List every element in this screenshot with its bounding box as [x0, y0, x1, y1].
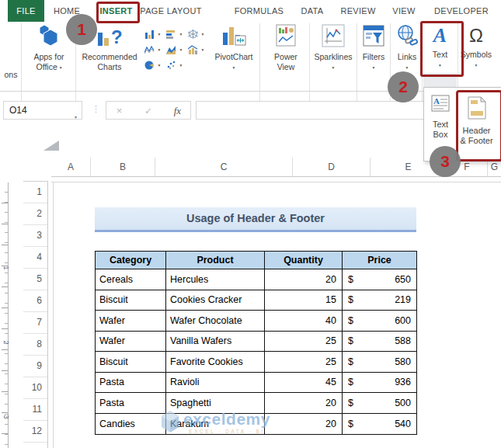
enter-icon[interactable]: ✓	[135, 102, 161, 120]
cell-category[interactable]: Biscuit	[96, 290, 166, 311]
table-header-category[interactable]: Category	[96, 252, 166, 269]
caret-icon: ▾	[158, 63, 160, 68]
row-headers: 1 2 3 4 5 6 7 8 9 10 11 12	[23, 181, 48, 448]
row-header[interactable]: 11	[23, 399, 47, 421]
pie-chart-button[interactable]: ▾	[144, 57, 160, 71]
text-annotation-box	[420, 21, 464, 77]
tab-view[interactable]: VIEW	[392, 0, 416, 22]
column-header-c[interactable]: C	[155, 158, 293, 176]
line-chart-button[interactable]: ▾	[144, 42, 160, 56]
table-header-price[interactable]: Price	[343, 252, 416, 269]
symbols-label: Symbols	[461, 50, 492, 59]
tab-file[interactable]: FILE	[8, 0, 44, 22]
filters-button[interactable]: Filters ▾	[358, 23, 389, 72]
links-button[interactable]: Links ▾	[391, 23, 423, 72]
cell-category[interactable]: Pasta	[96, 373, 166, 394]
links-label: Links	[398, 52, 417, 61]
cell-price[interactable]: $650	[343, 269, 416, 290]
row-header[interactable]: 3	[23, 225, 47, 247]
row-header[interactable]: 2	[23, 203, 47, 225]
price-value: 500	[395, 398, 411, 408]
svg-text:?: ?	[111, 26, 123, 47]
row-header[interactable]: 5	[23, 269, 47, 290]
menu-item-header-footer[interactable]: Header & Footer	[458, 96, 495, 146]
cell-quantity[interactable]: 25	[265, 352, 343, 373]
sparklines-button[interactable]: Sparklines ▾	[311, 23, 356, 72]
tab-data[interactable]: DATA	[299, 0, 325, 22]
cell-price[interactable]: $219	[343, 290, 416, 311]
cell-category[interactable]: Pasta	[96, 393, 166, 414]
table-header-quantity[interactable]: Quantity	[265, 252, 343, 269]
cell-category[interactable]: Cereals	[96, 269, 166, 290]
tab-review[interactable]: REVIEW	[340, 0, 376, 22]
cell-product[interactable]: Ravioli	[166, 373, 265, 394]
cell-price[interactable]: $540	[343, 414, 416, 435]
pie-chart-icon	[144, 61, 155, 70]
cell-quantity[interactable]: 15	[265, 290, 343, 311]
cell-category[interactable]: Wafer	[96, 311, 166, 332]
cell-product[interactable]: Karakum	[166, 414, 265, 435]
radar-chart-button[interactable]: ▾	[188, 26, 204, 40]
clipped-illustrations-button[interactable]: ons	[2, 48, 20, 80]
cell-price[interactable]: $500	[343, 393, 416, 414]
cell-product[interactable]: Vanilla Wafers	[166, 332, 265, 352]
cell-quantity[interactable]: 20	[265, 414, 343, 435]
cell-price[interactable]: $600	[343, 311, 416, 332]
cell-quantity[interactable]: 25	[265, 332, 343, 352]
cell-category[interactable]: Biscuit	[96, 352, 166, 373]
ruler-mark: 3	[2, 415, 10, 418]
combo-chart-button[interactable]: ▾	[188, 42, 204, 56]
column-header-d[interactable]: D	[293, 158, 371, 176]
price-value: 540	[395, 418, 411, 429]
pivotchart-button[interactable]: PivotChart ▾	[210, 25, 258, 72]
pivotchart-label: PivotChart	[214, 52, 252, 61]
cell-quantity[interactable]: 20	[265, 269, 343, 290]
row-header[interactable]: 7	[23, 312, 47, 334]
cell-product[interactable]: Favorite Cookies	[166, 352, 265, 373]
select-all-icon[interactable]	[43, 141, 59, 151]
name-box[interactable]: O14 ▾	[3, 101, 82, 120]
row-header[interactable]	[23, 443, 47, 448]
ruler-mark: 1	[2, 266, 10, 269]
cell-price[interactable]: $588	[343, 332, 416, 352]
bar-chart-button[interactable]: ▾	[166, 26, 182, 40]
currency-symbol: $	[348, 274, 353, 285]
currency-symbol: $	[348, 398, 353, 408]
cell-category[interactable]: Wafer	[96, 332, 166, 352]
cell-price[interactable]: $936	[343, 373, 416, 394]
table-header-product[interactable]: Product	[166, 252, 265, 269]
area-chart-button[interactable]: ▾	[166, 42, 182, 56]
cell-quantity[interactable]: 40	[265, 311, 343, 332]
tab-formulas[interactable]: FORMULAS	[231, 0, 287, 22]
row-header[interactable]: 10	[23, 377, 47, 399]
sheet-title-cell[interactable]: Usage of Header & Footer	[95, 207, 416, 232]
row-header[interactable]: 4	[23, 247, 47, 269]
cell-product[interactable]: Wafer Chocolate	[166, 311, 265, 332]
menu-item-text-box[interactable]: A Text Box	[426, 94, 455, 140]
cell-product[interactable]: Cookies Cracker	[166, 290, 265, 311]
recommended-label-2: Charts	[98, 62, 122, 71]
tab-page-layout[interactable]: PAGE LAYOUT	[137, 0, 205, 22]
price-value: 588	[395, 335, 411, 346]
cell-category[interactable]: Candies	[96, 414, 166, 435]
row-header[interactable]: 1	[23, 182, 47, 203]
insert-function-icon[interactable]: fx	[165, 102, 190, 120]
cell-product[interactable]: Hercules	[166, 269, 265, 290]
name-box-caret-icon[interactable]: ▾	[75, 109, 77, 126]
pivotchart-icon	[210, 25, 258, 50]
cell-quantity[interactable]: 45	[265, 373, 343, 394]
column-header-a[interactable]: A	[51, 158, 91, 176]
tab-developer[interactable]: DEVELOPER	[432, 0, 491, 22]
column-chart-button[interactable]: ▾	[144, 26, 160, 40]
cell-price[interactable]: $580	[343, 352, 416, 373]
row-header[interactable]: 12	[23, 421, 47, 443]
scatter-chart-button[interactable]: ▾	[166, 57, 182, 71]
column-header-b[interactable]: B	[91, 158, 155, 176]
row-header[interactable]: 8	[23, 334, 47, 356]
cell-product[interactable]: Spaghetti	[166, 393, 265, 414]
cell-quantity[interactable]: 20	[265, 393, 343, 414]
row-header[interactable]: 6	[23, 290, 47, 312]
row-header[interactable]: 9	[23, 356, 47, 377]
cancel-icon[interactable]: ×	[106, 102, 132, 120]
power-view-button[interactable]: Power View	[264, 23, 308, 72]
